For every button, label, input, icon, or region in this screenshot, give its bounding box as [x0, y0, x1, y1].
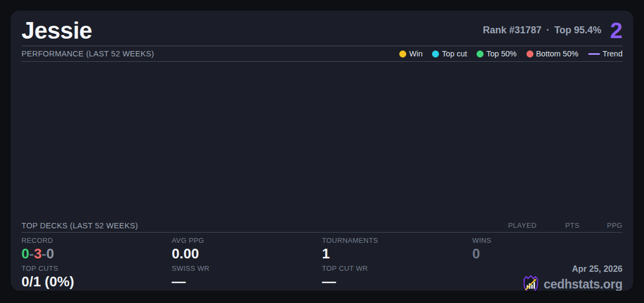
stat-top-cut-wr: TOP CUT WR — [322, 264, 472, 291]
stat-label: RECORD [21, 236, 172, 244]
stat-label: TOURNAMENTS [322, 236, 472, 244]
column-header-played: PLAYED [483, 221, 537, 229]
entry-count: 2 [610, 19, 623, 42]
top-cuts-value: 0/1 (0%) [21, 274, 172, 290]
top-decks-title: TOP DECKS (LAST 52 WEEKS) [21, 221, 138, 230]
player-name: Jessie [21, 17, 92, 44]
top-cut-wr-value: — [322, 274, 472, 290]
legend-label: Trend [603, 49, 623, 58]
stat-label: AVG PPG [172, 236, 322, 244]
record-separator: - [29, 246, 34, 262]
percentile-label: Top 95.4% [554, 25, 602, 36]
win-dot-icon [399, 50, 406, 57]
rank-line: Rank #31787 · Top 95.4% [483, 25, 602, 36]
wins-value: 0 [472, 246, 623, 262]
performance-header-row: PERFORMANCE (LAST 52 WEEKS) Win Top cut … [21, 46, 623, 62]
stat-avg-ppg: AVG PPG 0.00 [172, 236, 322, 264]
stat-top-cuts: TOP CUTS 0/1 (0%) [21, 264, 172, 291]
top50-dot-icon [477, 50, 484, 57]
column-header-pts: PTS [537, 221, 580, 229]
rank-separator: · [546, 25, 550, 36]
legend-item-topcut: Top cut [432, 49, 467, 58]
legend-item-trend: Trend [588, 49, 623, 58]
legend-label: Top cut [442, 49, 467, 58]
legend-item-top50: Top 50% [477, 49, 516, 58]
record-losses: 3 [34, 246, 41, 262]
rank-label: Rank #31787 [483, 25, 541, 36]
tournaments-value: 1 [322, 246, 472, 262]
top-decks-columns: PLAYED PTS PPG [483, 221, 623, 229]
stat-tournaments: TOURNAMENTS 1 [322, 236, 472, 264]
top-decks-header-row: TOP DECKS (LAST 52 WEEKS) PLAYED PTS PPG [21, 219, 623, 233]
stat-label: TOP CUT WR [322, 264, 472, 272]
stat-wins: WINS 0 [472, 236, 623, 264]
avg-ppg-value: 0.00 [172, 246, 322, 262]
performance-chart [21, 62, 623, 219]
legend-label: Top 50% [486, 49, 516, 58]
stat-label: SWISS WR [172, 264, 322, 272]
legend-label: Bottom 50% [536, 49, 579, 58]
record-wins: 0 [21, 246, 29, 262]
legend-item-bottom50: Bottom 50% [526, 49, 579, 58]
column-header-ppg: PPG [580, 221, 623, 229]
player-stats-card: Jessie Rank #31787 · Top 95.4% 2 PERFORM… [11, 11, 633, 291]
performance-title: PERFORMANCE (LAST 52 WEEKS) [21, 49, 154, 58]
stats-grid: RECORD 0-3-0 AVG PPG 0.00 TOURNAMENTS 1 … [21, 233, 623, 291]
date-label: Apr 25, 2026 [572, 264, 623, 274]
chart-legend: Win Top cut Top 50% Bottom 50% Trend [399, 49, 623, 58]
stat-record: RECORD 0-3-0 [21, 236, 172, 264]
stat-swiss-wr: SWISS WR — [172, 264, 322, 291]
cedhstats-logo-icon [522, 275, 539, 291]
footer: Apr 25, 2026 cedhstats.org [472, 264, 623, 291]
record-value: 0-3-0 [21, 246, 172, 262]
header-right: Rank #31787 · Top 95.4% 2 [483, 19, 623, 42]
swiss-wr-value: — [172, 274, 322, 290]
site-name: cedhstats.org [544, 277, 623, 291]
topcut-dot-icon [432, 50, 439, 57]
brand: cedhstats.org [522, 275, 623, 291]
bottom50-dot-icon [526, 50, 533, 57]
record-draws: 0 [46, 246, 54, 262]
record-separator: - [42, 246, 47, 262]
stat-label: WINS [472, 236, 623, 244]
legend-item-win: Win [399, 49, 422, 58]
stat-label: TOP CUTS [21, 264, 172, 272]
legend-label: Win [409, 49, 422, 58]
trend-line-icon [588, 53, 600, 55]
card-header: Jessie Rank #31787 · Top 95.4% 2 [21, 11, 623, 46]
